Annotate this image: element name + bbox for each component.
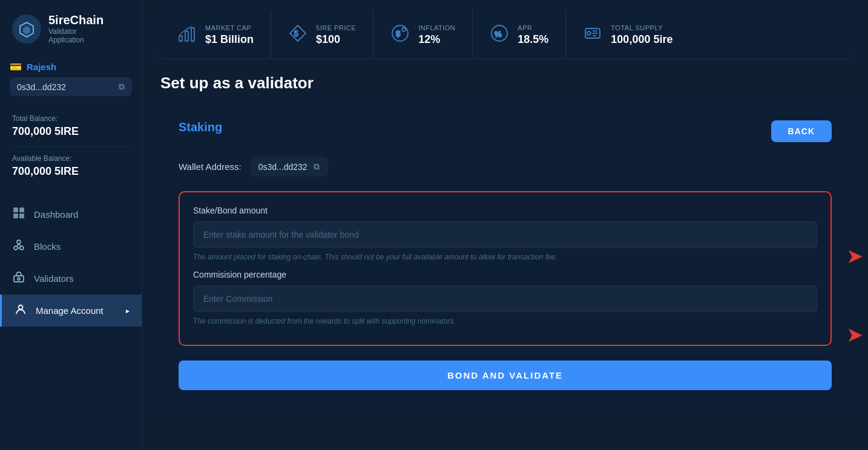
commission-input[interactable] <box>193 285 817 312</box>
form-highlight: Stake/Bond amount The amount placed for … <box>179 191 832 346</box>
balance-section: Total Balance: 700,000 5IRE Available Ba… <box>0 106 142 195</box>
inflation-value: 12% <box>418 33 455 46</box>
svg-point-6 <box>17 240 21 244</box>
commission-arrow-indicator: ➤ <box>846 324 863 345</box>
manage-account-icon <box>14 303 27 318</box>
commission-label: Commisision percentage <box>193 270 817 279</box>
sidebar-validators-label: Validators <box>34 273 74 284</box>
inflation-label: INFLATION <box>418 24 455 31</box>
svg-rect-4 <box>13 214 18 218</box>
svg-rect-3 <box>19 207 24 212</box>
user-name: 💳 Rajesh <box>10 61 132 73</box>
svg-text:$: $ <box>396 29 401 38</box>
svg-text:5: 5 <box>294 30 298 38</box>
stat-5ire-price: 5 5IRE PRICE $100 <box>271 11 373 59</box>
market-cap-icon <box>177 24 197 47</box>
svg-line-10 <box>19 244 21 246</box>
wallet-address-value: 0s3d...dd232 <box>258 162 307 172</box>
svg-point-13 <box>18 278 20 280</box>
sidebar-header: 5ireChain ValidatorApplication <box>0 0 142 55</box>
svg-rect-2 <box>13 207 18 212</box>
total-supply-value: 100,000 5ire <box>611 33 672 46</box>
main-content: MARKET CAP $1 Billion 5 5IRE PRICE $100 … <box>142 0 868 450</box>
app-title: 5ireChain <box>48 13 104 27</box>
svg-point-26 <box>587 31 591 35</box>
available-balance-label: Available Balance: <box>12 154 130 163</box>
market-cap-label: MARKET CAP <box>205 24 254 31</box>
sidebar-item-blocks[interactable]: Blocks <box>0 230 142 262</box>
staking-title: Staking <box>179 120 222 134</box>
sidebar-item-manage-account[interactable]: Manage Account ▸ <box>0 295 142 327</box>
svg-point-22 <box>402 28 406 31</box>
sidebar: 5ireChain ValidatorApplication 💳 Rajesh … <box>0 0 142 450</box>
svg-point-14 <box>19 305 23 310</box>
stat-inflation: $ INFLATION 12% <box>373 11 473 59</box>
sidebar-manage-account-label: Manage Account <box>36 305 104 316</box>
stake-arrow-indicator: ➤ <box>846 246 863 266</box>
wallet-address-display[interactable]: 0s3d...dd232 ⧉ <box>250 157 328 177</box>
wallet-row: Wallet Address: 0s3d...dd232 ⧉ <box>179 157 832 177</box>
svg-rect-5 <box>19 214 24 218</box>
apr-icon: % <box>490 24 509 47</box>
sidebar-dashboard-label: Dashboard <box>34 209 78 220</box>
copy-wallet-icon[interactable]: ⧉ <box>119 82 125 92</box>
app-subtitle: ValidatorApplication <box>48 27 104 44</box>
sidebar-blocks-label: Blocks <box>34 241 61 252</box>
inflation-icon: $ <box>390 24 410 47</box>
stake-hint: The amount placed for staking on-chain. … <box>193 253 817 261</box>
form-highlight-wrapper: Stake/Bond amount The amount placed for … <box>179 191 832 346</box>
apr-value: 18.5% <box>518 33 548 46</box>
wallet-label: Wallet Address: <box>179 161 242 172</box>
stat-total-supply: TOTAL SUPPLY 100,000 5ire <box>566 11 689 59</box>
wallet-badge[interactable]: 0s3d...dd232 ⧉ <box>10 77 132 96</box>
form-card-header: Staking BACK <box>179 120 832 142</box>
user-section: 💳 Rajesh 0s3d...dd232 ⧉ <box>0 55 142 106</box>
stake-input[interactable] <box>193 221 817 248</box>
apr-label: APR <box>518 24 548 31</box>
5ire-price-label: 5IRE PRICE <box>316 24 356 31</box>
stat-apr: % APR 18.5% <box>473 11 566 59</box>
svg-rect-15 <box>179 36 182 41</box>
form-card: Staking BACK Wallet Address: 0s3d...dd23… <box>157 102 853 408</box>
svg-rect-17 <box>191 28 194 41</box>
sidebar-nav: Dashboard Blocks <box>0 195 142 450</box>
commission-hint: The commission is deducted from the rewa… <box>193 317 817 325</box>
stats-bar: MARKET CAP $1 Billion 5 5IRE PRICE $100 … <box>157 11 853 59</box>
stake-label: Stake/Bond amount <box>193 206 817 215</box>
svg-text:%: % <box>495 30 502 39</box>
market-cap-value: $1 Billion <box>205 33 254 46</box>
total-balance-label: Total Balance: <box>12 114 130 123</box>
back-button[interactable]: BACK <box>771 120 832 142</box>
blocks-icon <box>12 239 25 254</box>
svg-point-8 <box>20 246 24 250</box>
page-title: Set up as a validator <box>142 59 868 102</box>
app-logo <box>12 15 41 44</box>
svg-marker-1 <box>23 26 30 34</box>
svg-rect-16 <box>185 31 188 41</box>
bond-validate-button[interactable]: BOND AND VALIDATE <box>179 360 832 390</box>
total-balance-value: 700,000 5IRE <box>12 125 130 138</box>
5ire-price-value: $100 <box>316 33 356 46</box>
wallet-address-short: 0s3d...dd232 <box>17 82 66 92</box>
sidebar-item-dashboard[interactable]: Dashboard <box>0 198 142 230</box>
stat-market-cap: MARKET CAP $1 Billion <box>171 11 271 59</box>
copy-address-icon[interactable]: ⧉ <box>314 161 320 172</box>
manage-account-arrow: ▸ <box>126 307 130 315</box>
5ire-price-icon: 5 <box>288 24 307 47</box>
validators-icon <box>12 271 25 286</box>
app-title-block: 5ireChain ValidatorApplication <box>48 13 104 44</box>
dashboard-icon <box>12 207 25 222</box>
svg-rect-12 <box>14 276 24 282</box>
total-supply-label: TOTAL SUPPLY <box>611 24 672 31</box>
total-supply-icon <box>583 24 602 47</box>
available-balance-value: 700,000 5IRE <box>12 165 130 178</box>
commission-section: Commisision percentage The commission is… <box>193 270 817 325</box>
sidebar-item-validators[interactable]: Validators <box>0 262 142 295</box>
